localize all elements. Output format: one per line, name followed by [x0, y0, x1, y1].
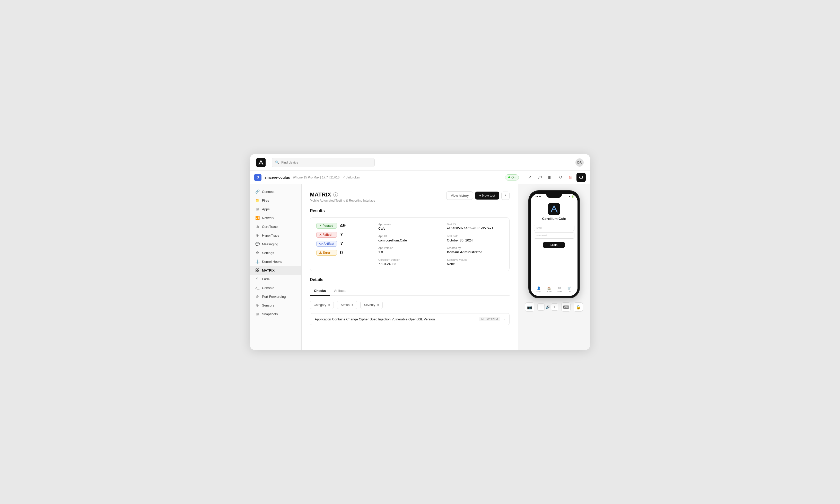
power-button[interactable]: ⏻: [576, 173, 586, 182]
phone-login-button[interactable]: Login: [543, 242, 565, 248]
info-icon[interactable]: i: [333, 192, 338, 197]
vol-down-button[interactable]: −: [537, 303, 545, 311]
sidebar-item-snapshots[interactable]: ⊞ Snapshots: [250, 310, 301, 318]
phone-app-name: Corellium Cafe: [542, 217, 566, 221]
phone-nav-cart: 🛒 Cart: [567, 286, 571, 292]
svg-rect-0: [256, 158, 266, 167]
sidebar-item-network[interactable]: 📶 Network: [250, 213, 301, 222]
status-filter[interactable]: Status ≡: [337, 301, 357, 309]
apps-icon: ⊞: [255, 207, 259, 211]
more-options-button[interactable]: ⋮: [501, 192, 510, 200]
page-title: MATRIX: [310, 191, 331, 198]
sidebar-item-apps[interactable]: ⊞ Apps: [250, 205, 301, 213]
device-info: iPhone 15 Pro Max | 17.7 | 21H16: [293, 176, 339, 179]
sidebar-item-messaging[interactable]: 💬 Messaging: [250, 240, 301, 248]
results-title: Results: [310, 209, 510, 213]
avatar: DA: [575, 158, 584, 167]
tab-checks[interactable]: Checks: [310, 286, 330, 296]
devicebar: D sincere-oculus iPhone 15 Pro Max | 17.…: [250, 171, 590, 184]
passed-count: 49: [340, 223, 346, 229]
sidebar-item-kernel-hooks[interactable]: ⚓ Kernel Hooks: [250, 257, 301, 266]
search-icon: 🔍: [275, 160, 279, 164]
matrix-title-block: MATRIX i Mobile Automated Testing & Repo…: [310, 191, 375, 202]
matrix-header: MATRIX i Mobile Automated Testing & Repo…: [310, 191, 510, 202]
port-forwarding-icon: ⊙: [255, 294, 259, 299]
artifact-badge: <> Artifact: [316, 241, 337, 247]
filter-icon: ≡: [377, 303, 379, 307]
sidebar-item-sensors[interactable]: ⊛ Sensors: [250, 301, 301, 310]
sidebar-item-frida[interactable]: ꟼ Frida: [250, 275, 301, 283]
failed-badge: ✕ Failed: [316, 232, 337, 238]
lock-button[interactable]: 🔒: [574, 302, 583, 312]
phone-panel: 10:51 ▲ 🔋 Corellium Cafe Email: [518, 184, 590, 350]
tag-button[interactable]: 🏷: [535, 173, 545, 182]
failed-count: 7: [340, 232, 346, 238]
sidebar-item-settings[interactable]: ⚙ Settings: [250, 248, 301, 257]
stat-row-artifact: <> Artifact 7: [316, 241, 357, 247]
connect-icon: 🔗: [255, 190, 259, 194]
error-badge: ⚠ Error: [316, 250, 337, 256]
keyboard-button[interactable]: ⌨: [561, 302, 571, 312]
new-test-button[interactable]: + New test: [475, 192, 499, 200]
sidebar-item-port-forwarding[interactable]: ⊙ Port Forwarding: [250, 292, 301, 301]
open-button[interactable]: ↗: [525, 173, 534, 182]
device-name: sincere-oculus: [265, 175, 290, 179]
meta-test-id: Test ID ef64b85d-44cf-4c86-957e-f...: [447, 223, 503, 230]
device-jailbroken: ✓ Jailbroken: [343, 176, 360, 179]
search-input[interactable]: [281, 160, 371, 164]
phone-nav-home: 🏠 Home: [547, 286, 552, 292]
device-badge: D: [254, 174, 261, 181]
nav-cart-icon: 🛒: [567, 286, 571, 290]
settings-icon: ⚙: [255, 251, 259, 255]
sidebar-item-console[interactable]: >_ Console: [250, 283, 301, 292]
matrix-title-row: MATRIX i: [310, 191, 375, 198]
nav-home-icon: 🏠: [547, 286, 551, 290]
refresh-button[interactable]: ↺: [556, 173, 565, 182]
phone-app-icon: [548, 203, 560, 215]
check-row[interactable]: Application Contains Change Cipher Spec …: [310, 313, 510, 325]
meta-app-name: App name Cafe: [378, 223, 435, 230]
sidebar-item-coretrace[interactable]: ◎ CoreTrace: [250, 222, 301, 231]
app-window: 🔍 DA D sincere-oculus iPhone 15 Pro Max …: [250, 154, 590, 350]
sidebar-item-files[interactable]: 📁 Files: [250, 196, 301, 205]
app-logo: [256, 158, 266, 167]
snapshots-icon: ⊞: [255, 312, 259, 316]
results-divider: [368, 223, 368, 266]
columns-button[interactable]: [546, 173, 555, 182]
phone-nav-login: 👤 Login: [537, 286, 541, 292]
vol-up-button[interactable]: +: [551, 303, 558, 311]
topbar: 🔍 DA: [250, 154, 590, 171]
meta-app-version: App version 1.0: [378, 246, 435, 254]
severity-filter[interactable]: Severity ≡: [360, 301, 383, 309]
details-title: Details: [310, 277, 510, 282]
delete-button[interactable]: 🗑: [566, 173, 575, 182]
files-icon: 📁: [255, 198, 259, 202]
search-bar[interactable]: 🔍: [272, 158, 375, 167]
nav-login-icon: 👤: [537, 286, 541, 290]
artifact-count: 7: [340, 241, 346, 247]
sidebar-item-hypertrace[interactable]: ⊗ HyperTrace: [250, 231, 301, 240]
stat-row-failed: ✕ Failed 7: [316, 232, 357, 238]
error-count: 0: [340, 250, 346, 256]
console-icon: >_: [255, 286, 259, 290]
phone-notch: [546, 194, 562, 198]
stat-row-passed: ✓ Passed 49: [316, 223, 357, 229]
screenshot-button[interactable]: 📷: [525, 302, 534, 312]
volume-icon: 🔊: [546, 305, 550, 309]
svg-rect-1: [548, 176, 549, 179]
svg-rect-6: [256, 271, 257, 272]
category-filter[interactable]: Category ≡: [310, 301, 334, 309]
tab-artifacts[interactable]: Artifacts: [330, 286, 350, 296]
filter-row: Category ≡ Status ≡ Severity ≡: [310, 301, 510, 309]
sidebar-item-connect[interactable]: 🔗 Connect: [250, 187, 301, 196]
main-layout: 🔗 Connect 📁 Files ⊞ Apps 📶 Network ◎ Cor…: [250, 184, 590, 350]
results-card: ✓ Passed 49 ✕ Failed 7 <> Artifact 7 ⚠ E…: [310, 217, 510, 271]
volume-controls: − 🔊 +: [537, 303, 558, 311]
view-history-button[interactable]: View history: [446, 191, 473, 200]
svg-rect-8: [548, 203, 560, 215]
kernel-hooks-icon: ⚓: [255, 259, 259, 264]
results-stats: ✓ Passed 49 ✕ Failed 7 <> Artifact 7 ⚠ E…: [316, 223, 357, 266]
phone-bottom-nav: 👤 Login 🏠 Home ✉ Order: [534, 285, 574, 294]
sidebar-item-matrix[interactable]: MATRIX: [250, 266, 301, 275]
details-tabs: Checks Artifacts: [310, 286, 510, 296]
